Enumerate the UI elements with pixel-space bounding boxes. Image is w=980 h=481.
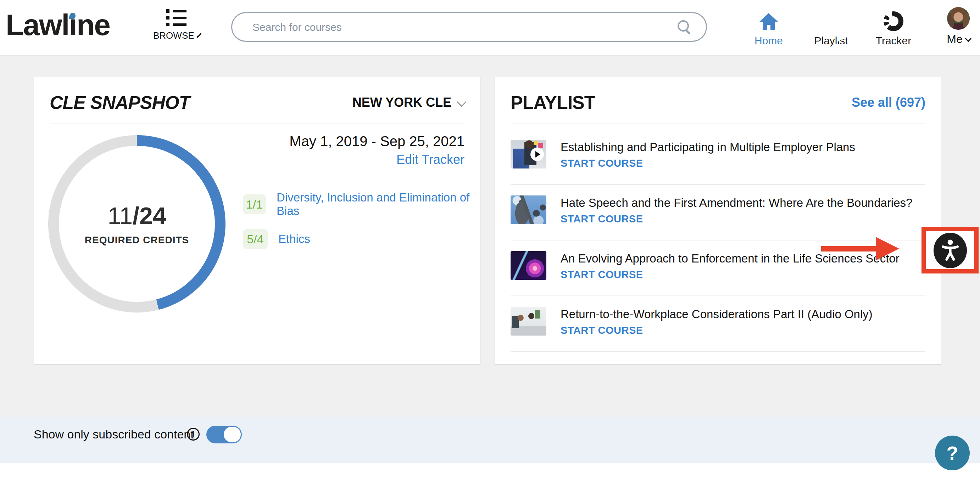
jurisdiction-label: NEW YORK CLE — [352, 95, 451, 110]
accessibility-widget-highlight — [921, 227, 978, 274]
browse-label: BROWSE — [153, 30, 194, 41]
course-thumbnail[interactable] — [511, 251, 546, 280]
jurisdiction-dropdown[interactable]: NEW YORK CLE — [352, 95, 465, 110]
accessibility-icon — [939, 238, 962, 263]
search-icon[interactable] — [678, 20, 692, 34]
nav-item-tracker[interactable]: Tracker — [867, 8, 920, 47]
annotation-arrow-head — [876, 237, 899, 260]
course-thumbnail[interactable] — [511, 140, 546, 169]
nav-label-playlist: Playlist — [805, 35, 858, 47]
credit-type-link[interactable]: Diversity, Inclusion and Elimination of … — [277, 191, 480, 218]
course-title: Hate Speech and the First Amendment: Whe… — [560, 196, 912, 210]
toggle-knob — [224, 427, 241, 442]
playlist-item[interactable]: Establishing and Participating in Multip… — [511, 123, 925, 185]
browse-menu-button[interactable]: BROWSE — [153, 9, 199, 41]
playlist-title: PLAYLIST — [511, 92, 595, 113]
start-course-link[interactable]: START COURSE — [560, 213, 912, 225]
divider — [49, 123, 465, 123]
bottom-section: NEWLY ADDED CLE COURSES — [0, 463, 980, 481]
tracker-date-range: May 1, 2019 - Sep 25, 2021 — [289, 133, 465, 149]
nav-label-tracker: Tracker — [867, 35, 920, 47]
top-nav: Lawline BROWSE Home Playlist — [0, 0, 980, 56]
credits-progress-ring: 11/24 REQUIRED CREDITS — [48, 135, 226, 312]
subscribed-toggle[interactable] — [206, 426, 242, 443]
browse-list-icon — [166, 9, 186, 29]
avatar — [947, 7, 970, 30]
course-title: Return-to-the-Workplace Considerations P… — [560, 307, 873, 321]
course-title: Establishing and Participating in Multip… — [560, 140, 855, 154]
cle-snapshot-card: CLE SNAPSHOT NEW YORK CLE May 1, 2019 - … — [34, 77, 480, 365]
cle-snapshot-title: CLE SNAPSHOT — [49, 92, 190, 113]
search-bar — [231, 12, 707, 42]
start-course-link[interactable]: START COURSE — [560, 158, 855, 169]
accessibility-widget-button[interactable] — [934, 233, 967, 268]
subscribed-filter-label: Show only subscribed content — [34, 427, 194, 441]
play-icon — [530, 148, 544, 161]
chevron-down-icon — [196, 33, 201, 38]
course-title: An Evolving Approach to Enforcement in t… — [560, 252, 899, 265]
chevron-down-icon — [965, 35, 971, 42]
credits-required: /24 — [133, 202, 166, 229]
tracker-icon — [884, 11, 904, 31]
see-all-link[interactable]: See all (697) — [852, 95, 925, 110]
start-course-link[interactable]: START COURSE — [560, 269, 899, 280]
start-course-link[interactable]: START COURSE — [560, 325, 873, 336]
nav-label-home: Home — [742, 35, 795, 47]
annotation-arrow — [821, 246, 877, 252]
credit-count-badge: 1/1 — [243, 194, 266, 214]
nav-item-me[interactable]: Me — [932, 7, 980, 46]
playlist-item[interactable]: Hate Speech and the First Amendment: Whe… — [511, 185, 925, 240]
playlist-card: PLAYLIST See all (697) Establishing and … — [495, 77, 941, 365]
help-button[interactable]: ? — [935, 436, 970, 470]
search-input[interactable] — [252, 15, 671, 39]
home-icon — [759, 12, 779, 31]
playlist-item[interactable]: Return-to-the-Workplace Considerations P… — [511, 296, 925, 352]
lawline-logo[interactable]: Lawline — [6, 8, 110, 42]
credit-type-link[interactable]: Ethics — [278, 233, 310, 246]
nav-item-home[interactable]: Home — [742, 8, 795, 47]
course-thumbnail[interactable] — [511, 196, 546, 224]
credits-earned: 11 — [107, 202, 133, 229]
chevron-down-icon — [457, 97, 466, 107]
nav-label-me: Me — [947, 33, 962, 46]
credit-type-row: 1/1 Diversity, Inclusion and Elimination… — [243, 191, 480, 218]
course-thumbnail[interactable] — [511, 307, 546, 336]
info-icon[interactable]: i — [187, 428, 200, 441]
credit-count-badge: 5/4 — [243, 229, 268, 249]
credits-caption: REQUIRED CREDITS — [85, 234, 189, 246]
credit-type-row: 5/4 Ethics — [243, 229, 480, 249]
nav-item-playlist[interactable]: Playlist — [805, 8, 858, 47]
edit-tracker-link[interactable]: Edit Tracker — [289, 152, 465, 167]
